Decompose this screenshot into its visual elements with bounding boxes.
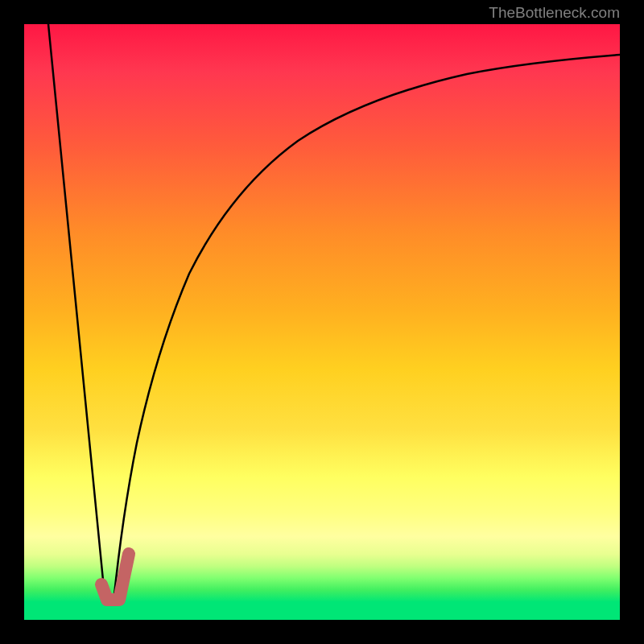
chart-lines-svg [24,24,620,620]
watermark-text: TheBottleneck.com [489,4,620,22]
chart-area [24,24,620,620]
line-curve [114,55,620,602]
marker-j-shape [101,554,129,600]
line-descending [48,24,105,597]
